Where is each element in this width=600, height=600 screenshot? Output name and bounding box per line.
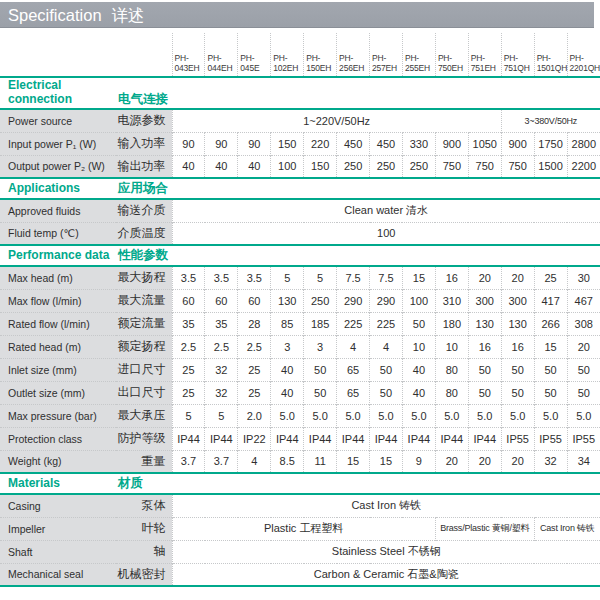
cell-value: 25: [172, 358, 205, 381]
cell-value: 32: [534, 450, 567, 473]
page-title-zh: 详述: [112, 6, 145, 24]
cell-value: 225: [337, 312, 370, 335]
cell-value: 20: [501, 450, 534, 473]
cell-span-value: 100: [172, 222, 600, 245]
cell-value: 750: [468, 155, 501, 178]
cell-value: 32: [205, 381, 238, 404]
cell-value: 900: [435, 132, 468, 155]
table-row: Impeller叶轮Plastic 工程塑料Brass/Plastic 黄铜/塑…: [0, 517, 600, 540]
cell-value: 3.5: [238, 266, 271, 289]
row-label-en: Output power P₂ (W): [0, 155, 116, 178]
cell-value: 5: [172, 404, 205, 427]
row-label-zh: 防护等级: [116, 427, 172, 450]
cell-value: 5.0: [468, 404, 501, 427]
cell-value: 50: [304, 381, 337, 404]
cell-value: 225: [370, 312, 403, 335]
cell-value: 50: [304, 358, 337, 381]
section-title-en: Performance data: [8, 248, 118, 262]
cell-value: 10: [435, 335, 468, 358]
cell-value: 50: [370, 381, 403, 404]
cell-value: 20: [468, 450, 501, 473]
cell-value: 150: [304, 155, 337, 178]
cell-value: 60: [172, 289, 205, 312]
table-row: Inlet size (mm)进口尺寸253225405065504080505…: [0, 358, 600, 381]
column-header-model: PH- 257EH: [370, 33, 403, 77]
cell-value: 2800: [567, 132, 600, 155]
row-label-en: Protection class: [0, 427, 116, 450]
cell-value: IP22: [238, 427, 271, 450]
section-title-en: Materials: [8, 476, 118, 490]
row-label-zh: 轴: [116, 540, 172, 563]
cell-value: 2.5: [172, 335, 205, 358]
cell-value: 3.7: [205, 450, 238, 473]
table-row: Max head (m)最大扬程3.53.53.5557.57.51516202…: [0, 266, 600, 289]
cell-value: 50: [370, 358, 403, 381]
cell-value: 16: [501, 335, 534, 358]
cell-value: IP44: [435, 427, 468, 450]
table-row: Max pressure (bar)最大承压552.05.05.05.05.05…: [0, 404, 600, 427]
column-header-model: PH- 750EH: [435, 33, 468, 77]
cell-value: 25: [172, 381, 205, 404]
section-header-cell: Materials材质: [0, 473, 600, 494]
section-header-electrical-connection: Electrical connection电气连接: [0, 77, 600, 109]
section-header-materials: Materials材质: [0, 473, 600, 494]
cell-value: 16: [468, 335, 501, 358]
cell-value: 25: [238, 381, 271, 404]
cell-value: 3: [271, 335, 304, 358]
row-label-zh: 最大扬程: [116, 266, 172, 289]
cell-value: IP55: [567, 427, 600, 450]
row-label-zh: 进口尺寸: [116, 358, 172, 381]
cell-value: 100: [402, 289, 435, 312]
cell-value: 5: [271, 266, 304, 289]
row-label-en: Weight (kg): [0, 450, 116, 473]
cell-value: 4: [370, 335, 403, 358]
cell-value: 40: [402, 358, 435, 381]
cell-value: 3: [304, 335, 337, 358]
cell-value: 450: [370, 132, 403, 155]
cell-value: 450: [337, 132, 370, 155]
table-row: Power source电源参数1~220V/50Hz3~380V/50Hz: [0, 109, 600, 132]
cell-value: 30: [567, 266, 600, 289]
cell-value: 20: [435, 450, 468, 473]
cell-value: 60: [205, 289, 238, 312]
cell-value: 130: [271, 289, 304, 312]
cell-value: 1750: [534, 132, 567, 155]
cell-value: 90: [205, 132, 238, 155]
cell-value: 5.0: [402, 404, 435, 427]
cell-value: 5.0: [304, 404, 337, 427]
row-label-en: Approved fluids: [0, 199, 116, 222]
table-row: Shaft轴Stainless Steel 不锈钢: [0, 540, 600, 563]
section-header-cell: Electrical connection电气连接: [0, 77, 600, 109]
cell-value: 3.7: [172, 450, 205, 473]
cell-value: 150: [271, 132, 304, 155]
cell-value: 80: [435, 358, 468, 381]
cell-span-value: Carbon & Ceramic 石墨&陶瓷: [172, 563, 600, 586]
corner-spacer: [0, 33, 116, 77]
column-header-model: PH- 1501QH: [534, 33, 567, 77]
table-row: Weight (kg)重量3.73.748.511151592020203234: [0, 450, 600, 473]
section-header-cell: Performance data性能参数: [0, 245, 600, 266]
cell-value: 50: [534, 358, 567, 381]
cell-value: 5.0: [435, 404, 468, 427]
table-row: Max flow (l/min)最大流量60606013025029029010…: [0, 289, 600, 312]
cell-value: 220: [304, 132, 337, 155]
cell-value: 40: [271, 381, 304, 404]
cell-value: 50: [501, 381, 534, 404]
cell-value: 300: [501, 289, 534, 312]
cell-value: 16: [435, 266, 468, 289]
cell-value: 300: [468, 289, 501, 312]
row-label-zh: 泵体: [116, 494, 172, 517]
cell-value: 65: [337, 358, 370, 381]
row-label-zh: 机械密封: [116, 563, 172, 586]
row-label-en: Rated head (m): [0, 335, 116, 358]
cell-value: 7.5: [370, 266, 403, 289]
cell-value: 11: [304, 450, 337, 473]
cell-value: 330: [402, 132, 435, 155]
cell-value: 15: [402, 266, 435, 289]
cell-value: IP55: [501, 427, 534, 450]
cell-value: 100: [271, 155, 304, 178]
table-row: Rated head (m)额定扬程2.52.52.53344101016161…: [0, 335, 600, 358]
cell-value: 65: [337, 381, 370, 404]
row-label-en: Max flow (l/min): [0, 289, 116, 312]
cell-value: 290: [370, 289, 403, 312]
